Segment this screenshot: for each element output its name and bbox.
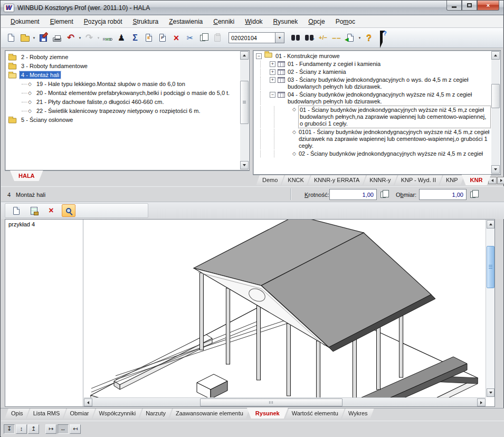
menu-opcje[interactable]: Opcje xyxy=(303,16,330,27)
drawing-canvas[interactable] xyxy=(84,220,486,397)
tree-item-element[interactable]: 2 - Roboty ziemne xyxy=(6,52,240,61)
catalog-tree-scrollbar[interactable] xyxy=(491,51,500,174)
context-help-button[interactable]: ? xyxy=(376,31,389,45)
rms-search-button[interactable]: RMS xyxy=(101,31,115,45)
catalog-item[interactable]: ◇01 - Ściany budynków jednokondygnacyjny… xyxy=(254,106,491,128)
menu-widok[interactable]: Widok xyxy=(240,16,268,27)
tab-rysunek[interactable]: Rysunek xyxy=(247,408,288,419)
tab-opis[interactable]: Opis xyxy=(5,408,30,419)
tab-knp[interactable]: KNP xyxy=(440,175,464,185)
scroll-left-button[interactable] xyxy=(84,398,92,406)
sum-button[interactable]: Σ xyxy=(128,31,142,45)
split-horizontal-button[interactable]: ↕ xyxy=(16,424,27,434)
zoom-button[interactable] xyxy=(62,204,75,217)
menu-zestawienia[interactable]: Zestawienia xyxy=(164,16,208,27)
save-document-button[interactable] xyxy=(36,31,50,45)
delete-button[interactable]: × xyxy=(169,31,183,45)
scroll-thumb[interactable] xyxy=(240,81,249,124)
minimize-button[interactable] xyxy=(446,1,462,11)
expander-icon[interactable]: + xyxy=(270,69,275,75)
redo-button[interactable]: ↷ xyxy=(82,31,96,45)
cut-button[interactable]: ✂ xyxy=(183,31,197,45)
redo-dropdown-arrow[interactable]: ▼ xyxy=(96,36,101,40)
find-button[interactable] xyxy=(289,31,302,45)
tab-wsp-czynniki[interactable]: Współczynniki xyxy=(92,408,142,419)
canvas-vscrollbar[interactable] xyxy=(486,220,495,397)
menu-rysunek[interactable]: Rysunek xyxy=(268,16,303,27)
paste-button[interactable] xyxy=(211,31,224,45)
tab-knnr-y[interactable]: KNNR-y xyxy=(363,175,397,185)
menu-cenniki[interactable]: Cenniki xyxy=(208,16,240,27)
dock-left-button[interactable]: ↤ xyxy=(70,424,81,434)
scroll-thumb[interactable] xyxy=(487,246,495,288)
dock-top-button[interactable]: ↥ xyxy=(28,424,39,434)
import-button[interactable]: ◀ xyxy=(344,31,357,45)
tree-item-element[interactable]: 4 - Montaż hali xyxy=(6,70,240,79)
tab-hala[interactable]: HALA xyxy=(10,170,43,181)
new-document-button[interactable] xyxy=(4,31,18,45)
scroll-right-button[interactable] xyxy=(477,398,486,406)
scroll-up-button[interactable] xyxy=(240,51,249,60)
element-page-e-button[interactable]: E xyxy=(142,31,156,45)
tabs-scroll-right-button[interactable] xyxy=(497,177,504,184)
tree-item-position[interactable]: ◇20 - Montaż elementów prefabrykowanych,… xyxy=(6,88,240,97)
menu-dokument[interactable]: Dokument xyxy=(5,16,45,27)
catalog-item[interactable]: −01 - Konstrukcje murowe xyxy=(254,52,491,60)
dock-right-button[interactable]: ↦ xyxy=(45,424,56,434)
tab-zaawansowanie-elementu[interactable]: Zaawansowanie elementu xyxy=(169,408,250,419)
tab-demo[interactable]: Demo xyxy=(256,175,284,185)
tab-knp-wyd-ii[interactable]: KNP - Wyd. II xyxy=(395,175,442,185)
tab-knnr-y-errata[interactable]: KNNR-y ERRATA xyxy=(308,175,366,185)
catalog-item[interactable]: −04 - Ściany budynków jednokondygnacyjny… xyxy=(254,91,491,106)
tab-obmiar[interactable]: Obmiar xyxy=(63,408,95,419)
krotnosc-copy-button[interactable] xyxy=(378,189,391,201)
code-combo-input[interactable] xyxy=(229,32,275,43)
find-next-button[interactable]: ▸ xyxy=(302,31,316,45)
tree-item-position[interactable]: ◇19 - Hale typu lekkiego.Montaż słupów o… xyxy=(6,79,240,88)
krotnosc-input[interactable] xyxy=(329,189,377,200)
catalog-item[interactable]: ◇02 - Ściany budynków jednokondygnacyjny… xyxy=(254,150,491,158)
catalog-item[interactable]: ◇0101 - Ściany budynków jednokondygnacyj… xyxy=(254,128,491,150)
tree-item-position[interactable]: ◇22 - Świetlik kalenicowy trapezowy niet… xyxy=(6,106,240,115)
tab-knck[interactable]: KNCK xyxy=(281,175,310,185)
code-combo[interactable]: ▼ xyxy=(229,32,284,43)
left-tree-scrollbar[interactable] xyxy=(240,51,249,169)
menu-struktura[interactable]: Struktura xyxy=(127,16,164,27)
delete-drawing-button[interactable]: × xyxy=(44,204,58,217)
tab-lista-rms[interactable]: Lista RMS xyxy=(27,408,66,419)
tab-wykres[interactable]: Wykres xyxy=(342,408,374,419)
scroll-down-button[interactable] xyxy=(487,388,495,397)
dock-bottom-button[interactable]: ↧ xyxy=(4,424,15,434)
scroll-up-button[interactable] xyxy=(491,51,500,60)
catalog-item[interactable]: +02 - Ściany z kamienia xyxy=(254,68,491,76)
canvas-hscrollbar[interactable] xyxy=(84,397,486,406)
edit-drawing-button[interactable] xyxy=(27,204,41,217)
help-button[interactable]: ? xyxy=(362,31,376,45)
expander-icon[interactable]: − xyxy=(270,92,275,98)
print-button[interactable] xyxy=(50,31,64,45)
undo-button[interactable]: ↶ xyxy=(64,31,78,45)
tree-item-position[interactable]: ◇21 - Płyty dachowe faliste,o długości 4… xyxy=(6,97,240,106)
menu-element[interactable]: Element xyxy=(45,16,79,27)
maximize-button[interactable] xyxy=(462,1,477,11)
obmiar-input[interactable] xyxy=(419,189,467,200)
drawing-list-item[interactable]: przykład 4 xyxy=(5,220,83,229)
scroll-thumb[interactable] xyxy=(491,84,500,108)
catalog-item[interactable]: +03 - Ściany budynków jednokondygnacyjny… xyxy=(254,76,491,91)
import-dropdown-arrow[interactable]: ▼ xyxy=(357,36,362,40)
tree-item-element[interactable]: 5 - Ściany osłonowe xyxy=(6,115,240,124)
position-page-p-button[interactable]: P xyxy=(156,31,169,45)
open-document-button[interactable] xyxy=(18,31,32,45)
open-document-dropdown-arrow[interactable]: ▼ xyxy=(32,36,36,40)
close-button[interactable]: × xyxy=(477,1,499,11)
dashes-button[interactable]: –– xyxy=(330,31,344,45)
undo-dropdown-arrow[interactable]: ▼ xyxy=(78,36,82,40)
plus-minus-button[interactable]: +/− xyxy=(316,31,330,45)
obmiar-copy-button[interactable] xyxy=(468,189,480,201)
expander-icon[interactable]: + xyxy=(270,61,275,67)
split-vertical-button[interactable]: ↔ xyxy=(58,424,69,434)
menu-pozycja-rob-t[interactable]: Pozycja robót xyxy=(79,16,128,27)
combo-dropdown-button[interactable]: ▼ xyxy=(275,32,284,43)
tree-item-element[interactable]: 3 - Roboty fundamentowe xyxy=(6,61,240,70)
tab-knr[interactable]: KNR xyxy=(462,175,491,185)
